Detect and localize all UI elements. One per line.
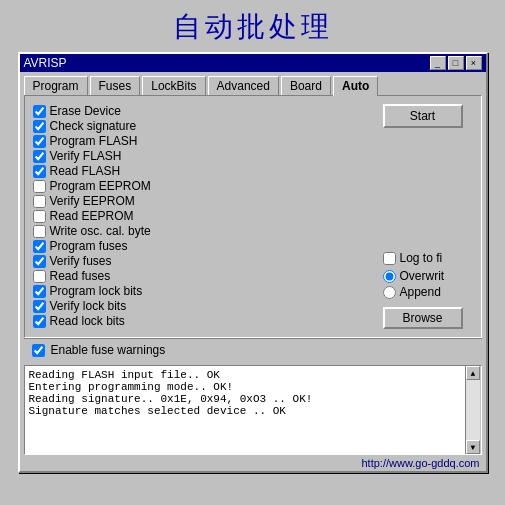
checkbox-check-signature: Check signature <box>33 119 375 133</box>
scroll-down-button[interactable]: ▼ <box>466 440 480 454</box>
url-text: http://www.go-gddq.com <box>361 457 479 469</box>
fuse-warnings: Enable fuse warnings <box>24 338 482 361</box>
page-title: 自动批处理 <box>173 11 333 42</box>
checkbox-program-flash: Program FLASH <box>33 134 375 148</box>
radio-overwrite: Overwrit <box>383 269 445 283</box>
log-to-fi: Log to fi <box>383 251 443 265</box>
checkbox-read-flash: Read FLASH <box>33 164 375 178</box>
checkbox-read-fuses: Read fuses <box>33 269 375 283</box>
checkbox-program-eeprom: Program EEPROM <box>33 179 375 193</box>
enable-fuse-warnings-label: Enable fuse warnings <box>51 343 166 357</box>
radio-append: Append <box>383 285 445 299</box>
checkbox-verify-lock-bits: Verify lock bits <box>33 299 375 313</box>
tab-board[interactable]: Board <box>281 76 331 95</box>
right-panel: Start Log to fi Overwrit Append Browse <box>383 104 473 329</box>
checkbox-program-fuses: Program fuses <box>33 239 375 253</box>
minimize-button[interactable]: _ <box>430 56 446 70</box>
start-button[interactable]: Start <box>383 104 463 128</box>
checkbox-erase-device: Erase Device <box>33 104 375 118</box>
checkbox-write-osc: Write osc. cal. byte <box>33 224 375 238</box>
output-area: Reading FLASH input file.. OK Entering p… <box>24 365 482 455</box>
tab-auto[interactable]: Auto <box>333 76 378 96</box>
title-area: 自动批处理 <box>0 0 505 52</box>
maximize-button[interactable]: □ <box>448 56 464 70</box>
output-line-1: Entering programming mode.. OK! <box>29 381 459 393</box>
checkbox-read-lock-bits: Read lock bits <box>33 314 375 328</box>
left-panel: Erase Device Check signature Program FLA… <box>33 104 375 329</box>
output-text: Reading FLASH input file.. OK Entering p… <box>29 369 477 417</box>
browse-button[interactable]: Browse <box>383 307 463 329</box>
radio-overwrite-label: Overwrit <box>400 269 445 283</box>
scroll-track[interactable] <box>466 380 480 440</box>
checkbox-program-lock-bits: Program lock bits <box>33 284 375 298</box>
tab-bar: Program Fuses LockBits Advanced Board Au… <box>20 72 486 95</box>
tab-advanced[interactable]: Advanced <box>208 76 279 95</box>
scroll-up-button[interactable]: ▲ <box>466 366 480 380</box>
tab-program[interactable]: Program <box>24 76 88 95</box>
tab-lockbits[interactable]: LockBits <box>142 76 205 95</box>
window-title: AVRISP <box>24 56 67 70</box>
url-area: http://www.go-gddq.com <box>20 455 486 471</box>
checkbox-verify-eeprom: Verify EEPROM <box>33 194 375 208</box>
radio-append-label: Append <box>400 285 441 299</box>
tab-content: Erase Device Check signature Program FLA… <box>24 95 482 338</box>
output-line-2: Reading signature.. 0x1E, 0x94, 0xO3 .. … <box>29 393 459 405</box>
output-scrollbar: ▲ ▼ <box>465 366 481 454</box>
checkbox-verify-fuses: Verify fuses <box>33 254 375 268</box>
output-line-3: Signature matches selected device .. OK <box>29 405 459 417</box>
tab-fuses[interactable]: Fuses <box>90 76 141 95</box>
checkbox-read-eeprom: Read EEPROM <box>33 209 375 223</box>
output-line-0: Reading FLASH input file.. OK <box>29 369 459 381</box>
window-titlebar: AVRISP _ □ × <box>20 54 486 72</box>
window: AVRISP _ □ × Program Fuses LockBits Adva… <box>18 52 488 473</box>
titlebar-buttons: _ □ × <box>430 56 482 70</box>
log-to-fi-checkbox[interactable] <box>383 252 396 265</box>
close-button[interactable]: × <box>466 56 482 70</box>
enable-fuse-warnings-checkbox[interactable] <box>32 344 45 357</box>
checkbox-verify-flash: Verify FLASH <box>33 149 375 163</box>
radio-group: Overwrit Append <box>383 269 445 299</box>
log-to-fi-label: Log to fi <box>400 251 443 265</box>
